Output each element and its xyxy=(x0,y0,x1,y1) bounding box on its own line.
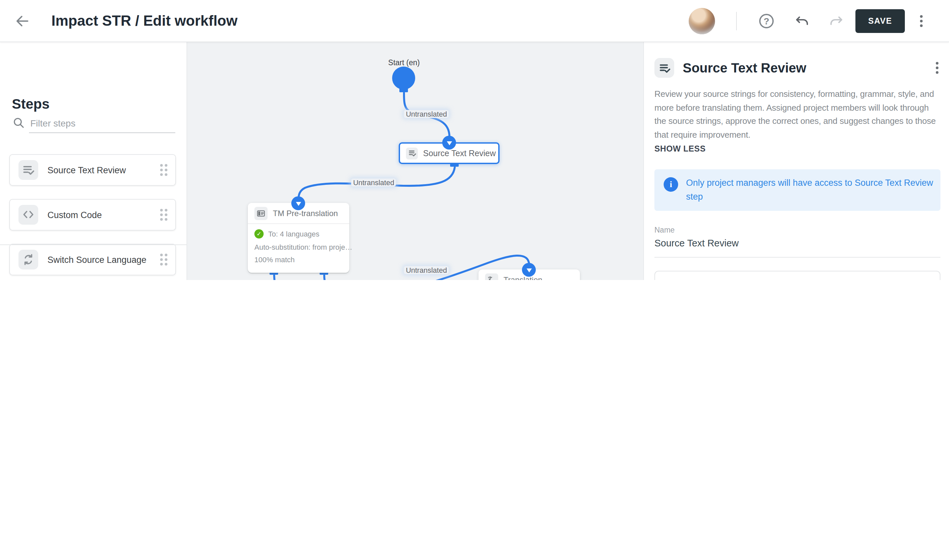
drag-handle-icon[interactable] xyxy=(160,164,167,176)
sidebar-group-divider xyxy=(0,245,186,245)
edge-label: Untranslated xyxy=(404,266,449,274)
node-row-text: 100% match xyxy=(254,255,294,263)
app: Impact STR / Edit workflow ? SAVE Steps … xyxy=(0,0,949,280)
drag-handle-icon[interactable] xyxy=(160,254,167,266)
translation-memory-icon xyxy=(254,206,268,220)
node-title: Source Text Review xyxy=(423,149,496,158)
name-field-value[interactable]: Source Text Review xyxy=(655,238,940,258)
header-kebab-icon[interactable] xyxy=(920,15,923,27)
svg-text:A: A xyxy=(492,279,495,280)
redo-icon[interactable] xyxy=(829,14,844,32)
step-description: Review your source strings for consisten… xyxy=(655,88,940,142)
info-banner-text: Only project managers will have access t… xyxy=(686,176,933,203)
info-banner: i Only project managers will have access… xyxy=(655,169,940,211)
steps-sidebar: Steps Source Text Review Custom Code Swi… xyxy=(0,42,186,280)
save-button[interactable]: SAVE xyxy=(855,9,905,33)
source-text-review-icon xyxy=(18,160,38,180)
filter-steps-input[interactable] xyxy=(29,113,175,133)
drag-handle-icon[interactable] xyxy=(160,209,167,221)
code-icon xyxy=(18,205,38,225)
panel-kebab-icon[interactable] xyxy=(936,62,938,74)
help-icon[interactable]: ? xyxy=(759,14,774,28)
start-node[interactable] xyxy=(392,66,415,89)
info-icon: i xyxy=(664,177,678,192)
canvas-node-tm-pre-translation[interactable]: TM Pre-translation ✓To: 4 languages Auto… xyxy=(248,203,349,273)
edge-label: Untranslated xyxy=(351,178,396,186)
name-field-label: Name xyxy=(655,226,675,234)
avatar[interactable] xyxy=(689,8,715,34)
source-text-review-icon xyxy=(655,58,674,78)
search-icon xyxy=(13,117,25,128)
edge-arrowhead xyxy=(291,196,305,210)
panel-title: Source Text Review xyxy=(683,60,806,75)
source-text-review-icon xyxy=(406,147,418,159)
translate-icon: A xyxy=(485,273,498,280)
step-label: Switch Source Language xyxy=(48,255,146,265)
edge-arrowhead xyxy=(522,263,536,277)
step-details-panel: Source Text Review Review your source st… xyxy=(643,42,949,280)
output-card: Output Condition of the string to move t… xyxy=(655,271,940,280)
sync-icon xyxy=(18,250,38,269)
sidebar-item-switch-source-language[interactable]: Switch Source Language xyxy=(9,244,176,275)
node-title: TM Pre-translation xyxy=(273,209,338,218)
show-less-link[interactable]: SHOW LESS xyxy=(655,144,706,154)
back-arrow-icon[interactable] xyxy=(14,13,30,29)
edge-label: Untranslated xyxy=(404,110,449,118)
page-title: Impact STR / Edit workflow xyxy=(51,12,237,30)
undo-icon[interactable] xyxy=(794,14,810,32)
panel-header: Source Text Review xyxy=(655,58,806,78)
workflow-canvas[interactable]: Start (en) End (4 languages) Untranslate… xyxy=(186,42,643,280)
step-label: Source Text Review xyxy=(48,165,126,175)
sidebar-item-custom-code[interactable]: Custom Code xyxy=(9,199,176,231)
node-row-text: To: 4 languages xyxy=(268,230,319,238)
node-row-text: Auto-substitution: from proje… xyxy=(254,243,352,251)
edge-arrowhead xyxy=(442,136,456,149)
output-card-header: Output xyxy=(655,271,940,280)
sidebar-item-source-text-review[interactable]: Source Text Review xyxy=(9,154,176,186)
top-bar: Impact STR / Edit workflow ? SAVE xyxy=(0,0,949,42)
check-icon: ✓ xyxy=(254,229,263,238)
node-title: Translation xyxy=(504,275,542,280)
sidebar-title: Steps xyxy=(12,96,49,112)
header-divider xyxy=(736,12,737,30)
start-node-label: Start (en) xyxy=(388,58,420,66)
filter-steps-field xyxy=(13,113,177,136)
step-label: Custom Code xyxy=(48,210,102,220)
